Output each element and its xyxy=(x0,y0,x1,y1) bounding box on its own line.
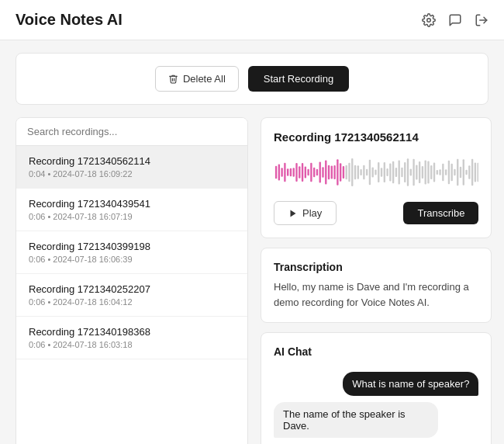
transcription-text: Hello, my name is Dave and I'm recording… xyxy=(274,279,478,310)
svg-rect-60 xyxy=(445,169,447,175)
svg-rect-65 xyxy=(460,167,461,179)
svg-rect-17 xyxy=(319,162,321,183)
recording-item[interactable]: Recording 1721340252207 0:06 • 2024-07-1… xyxy=(16,274,247,317)
svg-rect-23 xyxy=(337,159,338,185)
trash-icon xyxy=(168,74,178,84)
svg-rect-14 xyxy=(310,163,312,182)
detail-title: Recording 1721340562114 xyxy=(274,130,478,144)
svg-rect-20 xyxy=(328,165,330,180)
svg-rect-32 xyxy=(363,165,364,180)
svg-rect-7 xyxy=(290,168,292,176)
ai-chat-title: AI Chat xyxy=(274,345,478,358)
svg-rect-13 xyxy=(307,169,309,176)
ai-chat-card: AI Chat What is name of speaker?The name… xyxy=(261,332,492,444)
svg-rect-39 xyxy=(384,162,385,182)
svg-rect-66 xyxy=(463,159,464,185)
settings-icon[interactable] xyxy=(422,13,436,27)
chat-bubble-ai: The name of the speaker is Dave. xyxy=(274,402,438,438)
recording-item-title: Recording 1721340198368 xyxy=(29,326,235,338)
svg-rect-49 xyxy=(413,159,414,186)
recording-item-meta: 0:06 • 2024-07-18 16:07:19 xyxy=(29,212,235,221)
header-icons xyxy=(422,13,488,27)
recording-item[interactable]: Recording 1721340198368 0:06 • 2024-07-1… xyxy=(16,317,247,359)
svg-rect-43 xyxy=(395,168,397,177)
svg-rect-64 xyxy=(457,159,458,186)
play-button[interactable]: Play xyxy=(274,201,337,225)
recording-item-title: Recording 1721340562114 xyxy=(29,155,235,167)
transcription-title: Transcription xyxy=(274,261,478,273)
svg-rect-37 xyxy=(378,162,379,182)
svg-rect-51 xyxy=(419,161,420,183)
app-header: Voice Notes AI xyxy=(0,0,504,40)
delete-all-label: Delete All xyxy=(183,73,226,85)
recording-item[interactable]: Recording 1721340399198 0:06 • 2024-07-1… xyxy=(16,231,247,274)
content-grid: Recording 1721340562114 0:04 • 2024-07-1… xyxy=(16,117,488,444)
recording-item-title: Recording 1721340252207 xyxy=(29,283,235,295)
svg-rect-30 xyxy=(357,165,359,179)
chat-messages: What is name of speaker?The name of the … xyxy=(274,372,478,438)
recording-item-meta: 0:04 • 2024-07-18 16:09:22 xyxy=(29,169,235,179)
svg-rect-42 xyxy=(392,161,394,183)
svg-rect-56 xyxy=(433,163,435,182)
svg-rect-12 xyxy=(305,166,306,178)
app-title: Voice Notes AI xyxy=(16,11,123,29)
svg-rect-15 xyxy=(313,168,315,177)
recording-item-meta: 0:06 • 2024-07-18 16:04:12 xyxy=(29,297,235,307)
playback-controls: Play Transcribe xyxy=(274,201,478,225)
svg-rect-46 xyxy=(404,162,406,182)
svg-rect-67 xyxy=(465,170,467,175)
recordings-list: Recording 1721340562114 0:04 • 2024-07-1… xyxy=(16,146,247,359)
svg-rect-34 xyxy=(369,160,371,186)
svg-rect-55 xyxy=(430,165,432,179)
svg-rect-47 xyxy=(407,158,409,186)
svg-rect-2 xyxy=(275,166,277,179)
svg-rect-54 xyxy=(427,161,429,183)
svg-rect-24 xyxy=(340,163,341,182)
detail-panel: Recording 1721340562114 Play Transcribe xyxy=(261,117,492,444)
svg-rect-69 xyxy=(471,159,473,186)
svg-rect-57 xyxy=(437,170,438,175)
play-icon xyxy=(288,209,298,218)
transcription-card: Transcription Hello, my name is Dave and… xyxy=(261,248,492,323)
svg-rect-53 xyxy=(425,161,426,185)
svg-rect-27 xyxy=(348,163,350,182)
svg-rect-41 xyxy=(389,164,391,182)
svg-rect-62 xyxy=(450,164,452,182)
svg-rect-22 xyxy=(333,165,335,179)
svg-rect-9 xyxy=(295,163,297,182)
svg-rect-8 xyxy=(293,168,295,176)
svg-rect-6 xyxy=(287,168,288,176)
recording-item-meta: 0:06 • 2024-07-18 16:03:18 xyxy=(29,340,235,349)
svg-rect-26 xyxy=(346,165,347,179)
svg-rect-48 xyxy=(410,168,412,175)
svg-rect-33 xyxy=(366,169,368,176)
svg-rect-10 xyxy=(299,166,300,179)
svg-rect-68 xyxy=(468,165,470,179)
svg-rect-63 xyxy=(454,169,455,176)
recording-item-meta: 0:06 • 2024-07-18 16:06:39 xyxy=(29,255,235,264)
recording-detail-card: Recording 1721340562114 Play Transcribe xyxy=(261,117,492,238)
svg-rect-35 xyxy=(372,167,374,177)
svg-rect-18 xyxy=(322,167,323,177)
recording-item[interactable]: Recording 1721340439541 0:06 • 2024-07-1… xyxy=(16,189,247,231)
svg-rect-50 xyxy=(416,165,417,180)
svg-rect-38 xyxy=(381,168,382,177)
delete-all-button[interactable]: Delete All xyxy=(155,66,239,92)
start-recording-button[interactable]: Start Recording xyxy=(248,66,349,92)
svg-rect-44 xyxy=(399,160,400,184)
recording-item-title: Recording 1721340399198 xyxy=(29,241,235,252)
logout-icon[interactable] xyxy=(475,13,488,27)
svg-rect-31 xyxy=(360,169,361,175)
chat-bubble-user: What is name of speaker? xyxy=(343,372,478,396)
svg-rect-70 xyxy=(475,163,476,182)
svg-rect-52 xyxy=(422,166,423,179)
transcribe-button[interactable]: Transcribe xyxy=(403,202,478,224)
recording-item[interactable]: Recording 1721340562114 0:04 • 2024-07-1… xyxy=(16,146,247,189)
recordings-panel: Recording 1721340562114 0:04 • 2024-07-1… xyxy=(16,117,248,444)
search-input[interactable] xyxy=(16,118,247,146)
svg-rect-40 xyxy=(386,168,388,176)
message-icon[interactable] xyxy=(448,13,462,27)
svg-rect-59 xyxy=(442,164,444,182)
svg-rect-25 xyxy=(343,166,344,179)
svg-point-0 xyxy=(427,18,431,22)
